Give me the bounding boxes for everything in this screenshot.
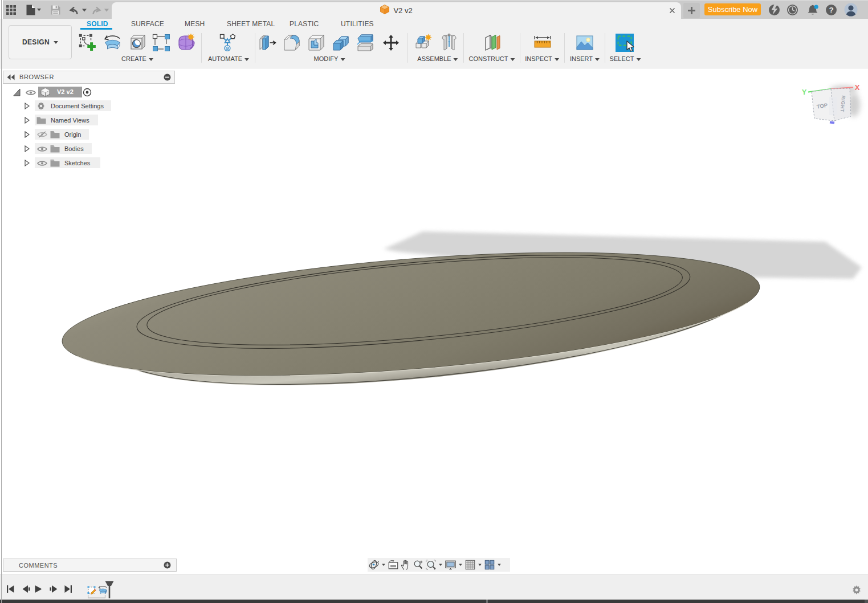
insert-canvas-button[interactable]: [576, 34, 594, 52]
fillet-button[interactable]: [283, 34, 301, 52]
tab-mesh[interactable]: MESH: [185, 21, 205, 27]
revolve-button[interactable]: [103, 34, 121, 52]
timeline-settings-gear-icon[interactable]: [851, 585, 862, 597]
comments-bar[interactable]: COMMENTS: [3, 559, 177, 572]
hole-button[interactable]: [128, 34, 146, 52]
browser-root-row[interactable]: V2 v2: [3, 87, 174, 97]
collapse-panel-icon[interactable]: [7, 74, 15, 80]
create-group-label[interactable]: CREATE: [121, 55, 153, 62]
tab-solid[interactable]: SOLID: [87, 21, 108, 27]
select-group-label[interactable]: SELECT: [610, 55, 641, 62]
viewports-dropdown-caret[interactable]: [496, 564, 502, 566]
viewports-button[interactable]: [484, 559, 495, 571]
timeline-step-forward-button[interactable]: [50, 585, 58, 596]
expand-arrow-icon[interactable]: [25, 145, 30, 152]
viewcube[interactable]: Y X TOP RIGHT: [797, 80, 868, 132]
create-sketch-button[interactable]: [79, 34, 97, 52]
browser-item-document-settings[interactable]: Document Settings: [3, 100, 174, 111]
model-viewport[interactable]: BROWSER: [0, 68, 868, 575]
orbit-dropdown-caret[interactable]: [381, 564, 386, 566]
timeline-go-to-start-button[interactable]: [7, 585, 14, 596]
shell-button[interactable]: [307, 34, 325, 52]
notifications-bell-icon[interactable]: [806, 4, 817, 15]
pan-button[interactable]: [400, 559, 411, 571]
navigation-toolbar: [368, 558, 510, 572]
subscribe-button[interactable]: Subscribe Now: [704, 3, 761, 15]
app-grid-icon[interactable]: [6, 2, 16, 17]
move-copy-button[interactable]: [382, 34, 400, 52]
eye-visible-icon[interactable]: [37, 146, 47, 152]
document-tab-title: V2 v2: [393, 6, 412, 15]
new-component-button[interactable]: [415, 34, 433, 52]
tab-close-icon[interactable]: [667, 6, 677, 15]
activate-component-radio[interactable]: [83, 88, 92, 97]
browser-item-sketches[interactable]: Sketches: [3, 157, 174, 168]
workspace-selector[interactable]: DESIGN: [9, 25, 72, 59]
eye-visible-icon[interactable]: [37, 160, 47, 166]
expand-arrow-icon[interactable]: [13, 88, 21, 96]
modify-group-label[interactable]: MODIFY: [314, 55, 345, 62]
timeline-position-marker[interactable]: [105, 581, 114, 601]
browser-item-named-views[interactable]: Named Views: [3, 115, 174, 125]
create-form-button[interactable]: [177, 34, 195, 52]
chevron-down-icon: [459, 564, 462, 566]
save-icon[interactable]: [51, 2, 60, 17]
chevron-down-icon: [340, 58, 345, 61]
timeline-scrollbar[interactable]: [0, 600, 868, 603]
new-tab-button[interactable]: [683, 3, 700, 18]
undo-button[interactable]: [68, 2, 87, 17]
look-at-button[interactable]: [388, 559, 399, 571]
split-body-button[interactable]: [356, 34, 374, 52]
tab-sheet-metal[interactable]: SHEET METAL: [227, 21, 275, 27]
eye-visible-icon[interactable]: [26, 89, 36, 96]
expand-arrow-icon[interactable]: [25, 160, 30, 166]
extensions-icon[interactable]: [768, 4, 780, 15]
tab-surface[interactable]: SURFACE: [131, 21, 164, 27]
root-selection-highlight[interactable]: V2 v2: [38, 87, 82, 97]
expand-arrow-icon[interactable]: [25, 131, 30, 138]
timeline-step-back-button[interactable]: [22, 585, 30, 596]
orbit-button[interactable]: [368, 559, 380, 571]
display-dropdown-caret[interactable]: [458, 564, 463, 566]
timeline-play-button[interactable]: [35, 585, 42, 596]
browser-panel-header[interactable]: BROWSER: [3, 71, 175, 84]
zoom-button[interactable]: [413, 559, 424, 571]
press-pull-button[interactable]: [258, 34, 276, 52]
help-icon[interactable]: ?: [825, 4, 837, 15]
automate-button[interactable]: [218, 34, 237, 52]
joint-button[interactable]: [440, 34, 458, 52]
timeline-feature-sketch[interactable]: [87, 586, 96, 594]
insert-group-label[interactable]: INSERT: [570, 55, 600, 62]
job-status-icon[interactable]: [787, 4, 798, 15]
eye-hidden-icon[interactable]: [37, 131, 47, 138]
assemble-group-label[interactable]: ASSEMBLE: [417, 55, 458, 62]
measure-button[interactable]: [533, 34, 552, 52]
tab-utilities[interactable]: UTILITIES: [341, 21, 374, 27]
combine-button[interactable]: [332, 34, 350, 52]
construct-group-label[interactable]: CONSTRUCT: [468, 55, 515, 62]
expand-arrow-icon[interactable]: [25, 103, 30, 109]
grid-dropdown-caret[interactable]: [477, 564, 483, 566]
expand-arrow-icon[interactable]: [25, 117, 30, 124]
timeline-go-to-end-button[interactable]: [64, 585, 72, 596]
minimize-panel-icon[interactable]: [164, 74, 171, 81]
browser-item-origin[interactable]: Origin: [3, 129, 174, 140]
avatar[interactable]: [844, 3, 855, 14]
derive-button[interactable]: [152, 34, 170, 52]
zoom-fit-button[interactable]: [425, 559, 437, 571]
tab-plastic[interactable]: PLASTIC: [290, 21, 319, 27]
browser-item-bodies[interactable]: Bodies: [3, 143, 174, 154]
file-menu-button[interactable]: [26, 2, 41, 17]
document-tab[interactable]: V2 v2: [112, 2, 681, 19]
expand-comments-icon[interactable]: [164, 561, 171, 569]
fit-dropdown-caret[interactable]: [438, 564, 443, 566]
viewcube-cube[interactable]: TOP RIGHT: [812, 88, 851, 121]
redo-button[interactable]: [91, 2, 109, 17]
folder-icon: [36, 116, 46, 124]
inspect-group-label[interactable]: INSPECT: [525, 55, 559, 62]
display-settings-button[interactable]: [445, 559, 457, 571]
construct-plane-button[interactable]: [483, 34, 501, 52]
folder-icon: [50, 145, 60, 153]
grid-display-button[interactable]: [464, 559, 476, 571]
automate-group-label[interactable]: AUTOMATE: [208, 55, 249, 62]
